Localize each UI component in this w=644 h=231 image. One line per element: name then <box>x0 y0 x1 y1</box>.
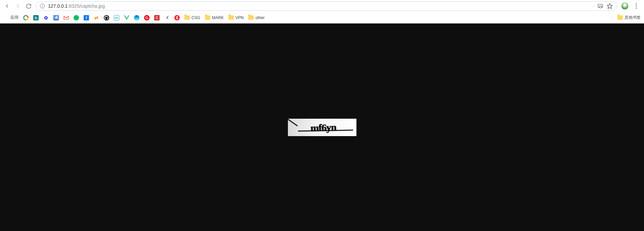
svg-marker-2 <box>607 4 612 9</box>
bookmark-google[interactable] <box>23 12 29 23</box>
google-icon <box>23 15 29 20</box>
orange-link-icon: ⇄ <box>94 15 99 20</box>
site-info-icon[interactable]: i <box>40 4 45 8</box>
gmail-icon <box>63 15 69 20</box>
vue-icon <box>124 15 129 20</box>
bookmarks-separator <box>612 14 613 21</box>
svg-point-5 <box>636 7 637 8</box>
bookmark-wechat[interactable] <box>74 12 79 23</box>
forward-button[interactable] <box>15 3 21 9</box>
profile-avatar-icon[interactable] <box>621 2 629 10</box>
apps-label: 应用 <box>10 15 18 20</box>
svg-point-4 <box>636 5 637 6</box>
bookmark-star-icon[interactable] <box>607 3 613 9</box>
bookmark-translate[interactable]: 译 <box>53 12 59 23</box>
bookmark-red-circle[interactable]: G <box>144 12 149 23</box>
red-circle-icon: G <box>144 15 149 20</box>
github-icon <box>104 15 109 20</box>
chrome-menu-icon[interactable] <box>633 3 639 9</box>
bookmark-github[interactable] <box>104 12 109 23</box>
folder-label: VPN <box>235 15 244 20</box>
bookmark-folder-vpn[interactable]: VPN <box>228 12 244 23</box>
red-square-icon: C <box>154 15 160 20</box>
facebook-icon: f <box>84 15 89 20</box>
opera-icon <box>174 15 180 20</box>
url-text: 127.0.0.1:8325/captcha.jpg <box>48 3 594 9</box>
url-path: :8325/captcha.jpg <box>68 3 105 9</box>
bookmark-opera[interactable] <box>174 12 180 23</box>
bookmark-facebook[interactable]: f <box>84 12 89 23</box>
apps-shortcut[interactable]: 应用 <box>3 12 18 23</box>
folder-icon <box>617 15 623 20</box>
reload-button[interactable] <box>26 3 32 9</box>
bookmark-bilibili[interactable]: tv <box>114 12 119 23</box>
bookmark-scribble[interactable]: ʎ <box>164 12 170 23</box>
captcha-text: mf6yn <box>310 121 336 134</box>
folder-icon <box>228 15 234 20</box>
svg-point-3 <box>636 3 637 4</box>
bookmark-folder-csg[interactable]: CSG <box>184 12 200 23</box>
folder-label: CSG <box>191 15 200 20</box>
back-button[interactable] <box>4 3 10 9</box>
bookmark-vue[interactable] <box>124 12 129 23</box>
bookmark-gmail[interactable] <box>63 12 69 23</box>
bookmark-baidu[interactable]: ✿ <box>43 12 49 23</box>
baidu-icon: ✿ <box>43 15 49 20</box>
bookmark-edge[interactable] <box>134 12 139 23</box>
bing-icon: b <box>33 15 39 20</box>
edge-icon <box>134 15 139 20</box>
device-cast-icon[interactable] <box>597 3 603 9</box>
nav-buttons <box>3 3 32 9</box>
other-bookmarks-folder[interactable]: 其他书签 <box>617 12 641 23</box>
bookmark-red-square[interactable]: C <box>154 12 160 23</box>
bookmark-folder-mark[interactable]: MARK <box>205 12 224 23</box>
scribble-icon: ʎ <box>164 15 170 20</box>
translate-icon: 译 <box>53 15 59 20</box>
url-host: 127.0.0.1 <box>48 3 68 9</box>
apps-grid-icon <box>3 15 9 20</box>
other-bookmarks-label: 其他书签 <box>625 15 641 20</box>
bookmark-folder-other[interactable]: other <box>248 12 264 23</box>
folder-icon <box>205 15 210 20</box>
folder-icon <box>184 15 190 20</box>
bookmark-bing[interactable]: b <box>33 12 39 23</box>
captcha-image: mf6yn <box>288 119 356 136</box>
folder-icon <box>248 15 254 20</box>
wechat-icon <box>74 15 79 20</box>
address-bar[interactable]: i 127.0.0.1:8325/captcha.jpg <box>36 1 617 11</box>
folder-label: MARK <box>212 15 224 20</box>
svg-rect-1 <box>599 6 602 8</box>
bilibili-icon: tv <box>114 15 119 20</box>
captcha-noise-line <box>288 119 298 126</box>
toolbar-right <box>621 2 641 10</box>
browser-toolbar: i 127.0.0.1:8325/captcha.jpg <box>0 0 644 12</box>
bookmarks-bar: 应用 b ✿ 译 f ⇄ tv G C ʎ CSG MARK VPN other… <box>0 12 644 23</box>
bookmark-site-orange[interactable]: ⇄ <box>94 12 99 23</box>
folder-label: other <box>255 15 264 20</box>
page-viewport: mf6yn <box>0 23 644 231</box>
